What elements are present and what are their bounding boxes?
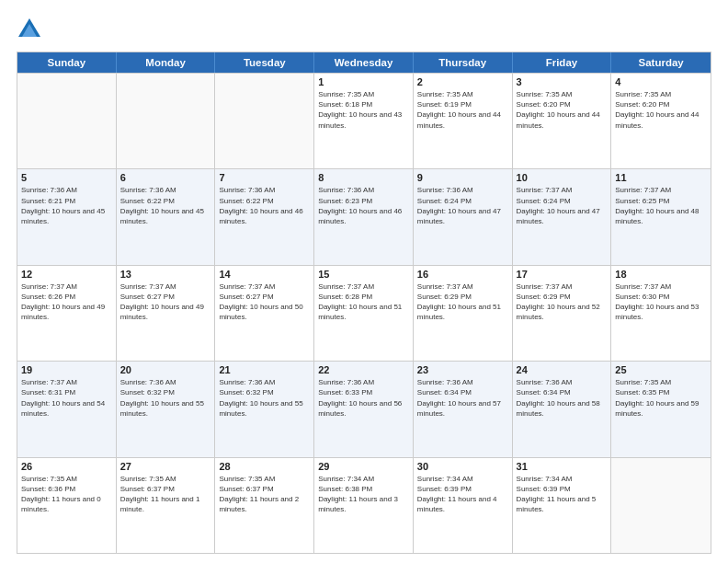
cell-info: Sunrise: 7:37 AM Sunset: 6:25 PM Dayligh…: [615, 185, 707, 226]
cell-info: Sunrise: 7:35 AM Sunset: 6:20 PM Dayligh…: [517, 89, 608, 131]
week-5: 26Sunrise: 7:35 AM Sunset: 6:36 PM Dayli…: [17, 457, 711, 553]
cell-date: 10: [517, 172, 608, 183]
day-cell-20: 20Sunrise: 7:36 AM Sunset: 6:32 PM Dayli…: [117, 362, 216, 456]
cell-info: Sunrise: 7:34 AM Sunset: 6:39 PM Dayligh…: [517, 474, 608, 515]
cell-info: Sunrise: 7:37 AM Sunset: 6:29 PM Dayligh…: [517, 282, 608, 323]
cell-date: 4: [615, 76, 707, 87]
cell-date: 28: [219, 461, 310, 472]
cell-date: 5: [21, 172, 112, 183]
day-cell-19: 19Sunrise: 7:37 AM Sunset: 6:31 PM Dayli…: [17, 362, 117, 456]
cell-date: 9: [417, 172, 508, 183]
cell-date: 18: [615, 269, 707, 280]
cell-info: Sunrise: 7:36 AM Sunset: 6:23 PM Dayligh…: [318, 185, 409, 226]
day-header-wednesday: Wednesday: [314, 52, 414, 73]
day-cell-18: 18Sunrise: 7:37 AM Sunset: 6:30 PM Dayli…: [611, 266, 711, 361]
week-3: 12Sunrise: 7:37 AM Sunset: 6:26 PM Dayli…: [17, 265, 711, 361]
day-cell-21: 21Sunrise: 7:36 AM Sunset: 6:32 PM Dayli…: [215, 362, 314, 456]
cell-date: 7: [219, 172, 310, 183]
cell-info: Sunrise: 7:37 AM Sunset: 6:31 PM Dayligh…: [21, 377, 112, 419]
cell-info: Sunrise: 7:35 AM Sunset: 6:18 PM Dayligh…: [318, 89, 409, 131]
week-1: 1Sunrise: 7:35 AM Sunset: 6:18 PM Daylig…: [17, 73, 711, 168]
day-header-sunday: Sunday: [17, 52, 117, 73]
empty-cell: [215, 74, 314, 168]
cell-info: Sunrise: 7:36 AM Sunset: 6:24 PM Dayligh…: [417, 185, 508, 226]
cell-info: Sunrise: 7:36 AM Sunset: 6:21 PM Dayligh…: [21, 185, 112, 226]
cell-info: Sunrise: 7:37 AM Sunset: 6:27 PM Dayligh…: [120, 282, 211, 323]
cell-date: 25: [615, 364, 707, 375]
week-4: 19Sunrise: 7:37 AM Sunset: 6:31 PM Dayli…: [17, 361, 711, 456]
logo-icon: [17, 17, 42, 42]
cell-info: Sunrise: 7:37 AM Sunset: 6:29 PM Dayligh…: [417, 282, 508, 323]
cell-date: 15: [318, 269, 409, 280]
cell-date: 8: [318, 172, 409, 183]
cell-date: 13: [120, 269, 211, 280]
weeks: 1Sunrise: 7:35 AM Sunset: 6:18 PM Daylig…: [17, 73, 711, 553]
day-cell-11: 11Sunrise: 7:37 AM Sunset: 6:25 PM Dayli…: [611, 169, 711, 264]
cell-info: Sunrise: 7:37 AM Sunset: 6:26 PM Dayligh…: [21, 282, 112, 323]
day-header-monday: Monday: [117, 52, 216, 73]
day-cell-17: 17Sunrise: 7:37 AM Sunset: 6:29 PM Dayli…: [513, 266, 612, 361]
day-cell-26: 26Sunrise: 7:35 AM Sunset: 6:36 PM Dayli…: [17, 458, 117, 553]
day-cell-24: 24Sunrise: 7:36 AM Sunset: 6:34 PM Dayli…: [513, 362, 612, 456]
day-cell-23: 23Sunrise: 7:36 AM Sunset: 6:34 PM Dayli…: [414, 362, 513, 456]
cell-info: Sunrise: 7:36 AM Sunset: 6:32 PM Dayligh…: [219, 377, 310, 419]
page: SundayMondayTuesdayWednesdayThursdayFrid…: [0, 0, 728, 563]
cell-info: Sunrise: 7:36 AM Sunset: 6:32 PM Dayligh…: [120, 377, 211, 419]
cell-info: Sunrise: 7:35 AM Sunset: 6:37 PM Dayligh…: [219, 474, 310, 515]
cell-date: 14: [219, 269, 310, 280]
day-cell-29: 29Sunrise: 7:34 AM Sunset: 6:38 PM Dayli…: [314, 458, 414, 553]
cell-info: Sunrise: 7:35 AM Sunset: 6:37 PM Dayligh…: [120, 474, 211, 515]
empty-cell: [117, 74, 216, 168]
day-headers: SundayMondayTuesdayWednesdayThursdayFrid…: [17, 52, 711, 73]
cell-info: Sunrise: 7:36 AM Sunset: 6:22 PM Dayligh…: [219, 185, 310, 226]
day-cell-7: 7Sunrise: 7:36 AM Sunset: 6:22 PM Daylig…: [215, 169, 314, 264]
cell-date: 12: [21, 269, 112, 280]
cell-date: 1: [318, 76, 409, 87]
week-2: 5Sunrise: 7:36 AM Sunset: 6:21 PM Daylig…: [17, 168, 711, 264]
cell-info: Sunrise: 7:37 AM Sunset: 6:24 PM Dayligh…: [517, 185, 608, 226]
day-cell-13: 13Sunrise: 7:37 AM Sunset: 6:27 PM Dayli…: [117, 266, 216, 361]
cell-info: Sunrise: 7:35 AM Sunset: 6:35 PM Dayligh…: [615, 377, 707, 419]
cell-date: 22: [318, 364, 409, 375]
day-cell-2: 2Sunrise: 7:35 AM Sunset: 6:19 PM Daylig…: [414, 74, 513, 168]
day-cell-28: 28Sunrise: 7:35 AM Sunset: 6:37 PM Dayli…: [215, 458, 314, 553]
day-cell-8: 8Sunrise: 7:36 AM Sunset: 6:23 PM Daylig…: [314, 169, 414, 264]
cell-date: 17: [517, 269, 608, 280]
cell-date: 21: [219, 364, 310, 375]
cell-info: Sunrise: 7:37 AM Sunset: 6:28 PM Dayligh…: [318, 282, 409, 323]
cell-date: 20: [120, 364, 211, 375]
cell-info: Sunrise: 7:36 AM Sunset: 6:33 PM Dayligh…: [318, 377, 409, 419]
cell-date: 19: [21, 364, 112, 375]
day-cell-30: 30Sunrise: 7:34 AM Sunset: 6:39 PM Dayli…: [414, 458, 513, 553]
cell-info: Sunrise: 7:36 AM Sunset: 6:34 PM Dayligh…: [517, 377, 608, 419]
day-cell-15: 15Sunrise: 7:37 AM Sunset: 6:28 PM Dayli…: [314, 266, 414, 361]
day-cell-31: 31Sunrise: 7:34 AM Sunset: 6:39 PM Dayli…: [513, 458, 612, 553]
cell-date: 31: [517, 461, 608, 472]
cell-date: 27: [120, 461, 211, 472]
cell-date: 2: [417, 76, 508, 87]
cell-date: 3: [517, 76, 608, 87]
day-cell-6: 6Sunrise: 7:36 AM Sunset: 6:22 PM Daylig…: [117, 169, 216, 264]
cell-info: Sunrise: 7:37 AM Sunset: 6:30 PM Dayligh…: [615, 282, 707, 323]
empty-cell: [17, 74, 117, 168]
cell-info: Sunrise: 7:34 AM Sunset: 6:39 PM Dayligh…: [417, 474, 508, 515]
cell-info: Sunrise: 7:35 AM Sunset: 6:19 PM Dayligh…: [417, 89, 508, 131]
calendar: SundayMondayTuesdayWednesdayThursdayFrid…: [17, 52, 711, 554]
day-cell-25: 25Sunrise: 7:35 AM Sunset: 6:35 PM Dayli…: [611, 362, 711, 456]
cell-date: 26: [21, 461, 112, 472]
day-cell-16: 16Sunrise: 7:37 AM Sunset: 6:29 PM Dayli…: [414, 266, 513, 361]
cell-date: 24: [517, 364, 608, 375]
day-header-thursday: Thursday: [414, 52, 513, 73]
cell-info: Sunrise: 7:35 AM Sunset: 6:20 PM Dayligh…: [615, 89, 707, 131]
logo: [17, 17, 46, 42]
day-cell-5: 5Sunrise: 7:36 AM Sunset: 6:21 PM Daylig…: [17, 169, 117, 264]
day-cell-4: 4Sunrise: 7:35 AM Sunset: 6:20 PM Daylig…: [611, 74, 711, 168]
cell-info: Sunrise: 7:36 AM Sunset: 6:34 PM Dayligh…: [417, 377, 508, 419]
cell-info: Sunrise: 7:36 AM Sunset: 6:22 PM Dayligh…: [120, 185, 211, 226]
empty-cell: [611, 458, 711, 553]
day-cell-27: 27Sunrise: 7:35 AM Sunset: 6:37 PM Dayli…: [117, 458, 216, 553]
day-cell-10: 10Sunrise: 7:37 AM Sunset: 6:24 PM Dayli…: [513, 169, 612, 264]
cell-info: Sunrise: 7:37 AM Sunset: 6:27 PM Dayligh…: [219, 282, 310, 323]
day-cell-14: 14Sunrise: 7:37 AM Sunset: 6:27 PM Dayli…: [215, 266, 314, 361]
cell-date: 16: [417, 269, 508, 280]
